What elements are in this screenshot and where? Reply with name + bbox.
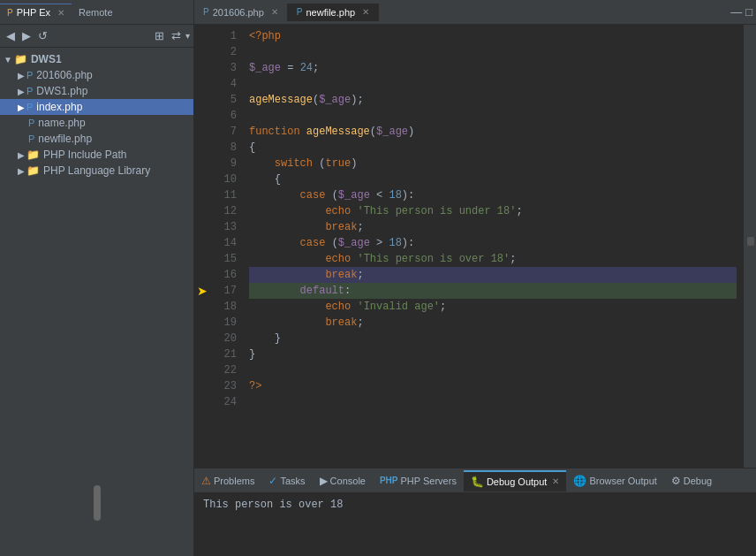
code-line-20: } — [249, 331, 737, 347]
editor-tabs: P 201606.php ✕ P newfile.php ✕ — □ — [194, 0, 756, 25]
browser-icon: 🌐 — [573, 475, 586, 487]
tree-root[interactable]: ▼ 📁 DWS1 — [0, 51, 193, 67]
debug-icon: 🐛 — [471, 476, 484, 488]
bp-9 — [194, 156, 210, 171]
browser-output-tab[interactable]: 🌐 Browser Output — [566, 471, 663, 491]
breakpoint-gutter: ➤ — [194, 25, 210, 468]
debug-output-close[interactable]: ✕ — [552, 476, 559, 486]
expand-arrow-dws1: ▶ — [18, 87, 25, 96]
bp-12 — [194, 203, 210, 219]
code-line-5: ageMessage($_age); — [249, 92, 737, 108]
php-servers-tab[interactable]: PHP PHP Servers — [373, 472, 464, 490]
tree-item-language-library[interactable]: ▶ 📁 PHP Language Library — [0, 163, 193, 179]
php-servers-label: PHP Servers — [401, 476, 457, 486]
code-line-1: <?php — [249, 28, 737, 44]
layout-button[interactable]: ⊞ — [152, 27, 167, 44]
console-tab[interactable]: ▶ Console — [313, 471, 373, 491]
file-label-dws1: DWS1.php — [36, 85, 87, 97]
sidebar-top-bar: P PHP Ex ✕ Remote — [0, 0, 193, 25]
php-file-icon-4: P — [28, 118, 34, 128]
debug-output-tab[interactable]: 🐛 Debug Output ✕ — [464, 470, 567, 491]
code-line-11: case ($_age < 18): — [249, 187, 737, 203]
bp-3 — [194, 60, 210, 76]
code-editor[interactable]: <?php $_age = 24; ageMessage($_age); fun… — [242, 25, 744, 468]
editor-tab-201606[interactable]: P 201606.php ✕ — [194, 4, 288, 21]
debug-output-text: This person is over 18 — [203, 499, 343, 511]
sync-button[interactable]: ⇄ — [169, 27, 184, 44]
code-line-17: default: — [249, 283, 737, 299]
tasks-label: Tasks — [280, 476, 305, 486]
right-scrollbar-thumb — [747, 237, 754, 246]
tab-label-newfile: newfile.php — [306, 7, 355, 18]
bp-6 — [194, 108, 210, 124]
console-icon: ▶ — [320, 475, 328, 487]
code-line-6 — [249, 108, 737, 124]
code-line-21: } — [249, 347, 737, 362]
php-explorer-tab[interactable]: P PHP Ex ✕ — [0, 4, 72, 20]
php-icon: P — [7, 8, 13, 18]
maximize-editor-btn[interactable]: □ — [745, 5, 752, 19]
tree-item-201606[interactable]: ▶ P 201606.php — [0, 67, 193, 83]
code-container: ➤ 1234 5678 9101112 13141516 17181920 21… — [194, 25, 756, 468]
code-line-18: echo 'Invalid age'; — [249, 299, 737, 315]
debug-label: Debug — [684, 476, 712, 486]
minimize-editor-btn[interactable]: — — [730, 5, 742, 19]
tree-item-include-path[interactable]: ▶ 📁 PHP Include Path — [0, 147, 193, 163]
code-line-14: case ($_age > 18): — [249, 235, 737, 251]
sidebar-scroll-area[interactable] — [0, 450, 193, 556]
editor-tab-newfile[interactable]: P newfile.php ✕ — [288, 4, 379, 21]
forward-button[interactable]: ▶ — [19, 27, 34, 44]
code-line-8: { — [249, 140, 737, 156]
sidebar-scrollbar-thumb[interactable] — [94, 485, 101, 521]
bp-17[interactable]: ➤ — [194, 283, 210, 299]
expand-arrow-include: ▶ — [18, 150, 25, 160]
debug-output-label: Debug Output — [487, 476, 548, 487]
php-file-icon-3: P — [26, 102, 33, 112]
console-label: Console — [330, 476, 366, 486]
bp-16 — [194, 267, 210, 283]
php-explorer-close[interactable]: ✕ — [57, 8, 64, 18]
bp-1 — [194, 28, 210, 44]
code-line-19: break; — [249, 315, 737, 331]
php-file-icon-1: P — [26, 70, 33, 80]
problems-tab[interactable]: ⚠ Problems — [194, 471, 261, 491]
back-button[interactable]: ◀ — [4, 27, 18, 44]
php-explorer-label: PHP Ex — [17, 7, 50, 18]
tree-item-newfile[interactable]: P newfile.php — [0, 131, 193, 147]
tab-close-201606[interactable]: ✕ — [271, 7, 278, 17]
tree-item-index[interactable]: ▶ P index.php — [0, 99, 193, 115]
root-folder-icon: 📁 — [14, 53, 27, 65]
problems-icon: ⚠ — [201, 475, 211, 487]
file-label-newfile: newfile.php — [38, 133, 92, 145]
dropdown-button[interactable]: ▾ — [185, 31, 190, 41]
file-label-name: name.php — [38, 117, 85, 129]
code-line-3: $_age = 24; — [249, 60, 737, 76]
bp-15 — [194, 251, 210, 267]
tab-close-newfile[interactable]: ✕ — [362, 7, 369, 17]
php-icon-tab1: P — [203, 7, 209, 17]
debug-tab[interactable]: ⚙ Debug — [664, 471, 719, 491]
editor-top-right: — □ — [730, 5, 756, 19]
tree-item-dws1[interactable]: ▶ P DWS1.php — [0, 83, 193, 99]
right-gutter — [744, 25, 756, 468]
sidebar: P PHP Ex ✕ Remote ◀ ▶ ↺ ⊞ ⇄ ▾ — [0, 0, 194, 556]
bp-10 — [194, 171, 210, 187]
problems-label: Problems — [214, 476, 254, 486]
tasks-tab[interactable]: ✓ Tasks — [261, 471, 312, 491]
folder-label-library: PHP Language Library — [43, 164, 150, 177]
bp-11 — [194, 187, 210, 203]
file-label-201606: 201606.php — [36, 69, 92, 81]
debug2-icon: ⚙ — [671, 475, 681, 487]
refresh-button[interactable]: ↺ — [35, 27, 50, 44]
code-line-15: echo 'This person is over 18'; — [249, 251, 737, 267]
bp-2 — [194, 44, 210, 60]
bp-7 — [194, 124, 210, 140]
php-icon-tab2: P — [297, 7, 303, 17]
remote-tab[interactable]: Remote — [72, 4, 120, 20]
tab-label-201606: 201606.php — [213, 7, 264, 18]
expand-arrow-index: ▶ — [18, 103, 25, 112]
tree-item-name[interactable]: P name.php — [0, 115, 193, 131]
code-line-7: function ageMessage($_age) — [249, 124, 737, 140]
php-file-icon-2: P — [26, 86, 33, 96]
code-line-9: switch (true) — [249, 156, 737, 171]
